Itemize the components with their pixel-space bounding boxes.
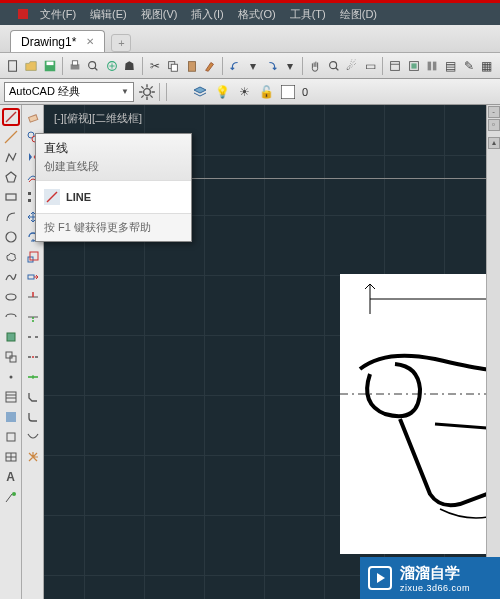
properties-icon[interactable]: [387, 57, 403, 75]
text-tool[interactable]: A: [2, 468, 20, 486]
paste-icon[interactable]: [183, 57, 199, 75]
3d-icon[interactable]: ☗: [122, 57, 138, 75]
block-tool[interactable]: [2, 328, 20, 346]
menu-draw[interactable]: 绘图(D): [340, 7, 377, 22]
fillet-tool[interactable]: [24, 408, 42, 426]
block-create-tool[interactable]: [2, 348, 20, 366]
color-swatch-icon[interactable]: [279, 83, 297, 101]
tooltip-desc: 创建直线段: [44, 159, 183, 174]
spline-tool[interactable]: [2, 268, 20, 286]
gear-icon[interactable]: [138, 83, 156, 101]
new-icon[interactable]: [5, 57, 21, 75]
chamfer-tool[interactable]: [24, 388, 42, 406]
copy-icon[interactable]: [165, 57, 181, 75]
workspace-dropdown[interactable]: AutoCAD 经典: [4, 82, 134, 102]
save-icon[interactable]: [42, 57, 58, 75]
play-icon: [368, 566, 392, 590]
explode-tool[interactable]: [24, 448, 42, 466]
drawing-canvas[interactable]: [-][俯视][二维线框] 直线 创建直线段 LINE 按 F1 键获得更多帮助: [44, 105, 500, 599]
app-logo: [18, 9, 28, 19]
menu-file[interactable]: 文件(F): [40, 7, 76, 22]
preview-icon[interactable]: [85, 57, 101, 75]
viewport-label[interactable]: [-][俯视][二维线框]: [54, 111, 142, 126]
polygon-tool[interactable]: [2, 168, 20, 186]
revcloud-tool[interactable]: [2, 248, 20, 266]
scroll-up-icon[interactable]: ▴: [488, 137, 500, 149]
addselected-tool[interactable]: [2, 488, 20, 506]
svg-point-19: [144, 88, 151, 95]
rectangle-tool[interactable]: [2, 188, 20, 206]
calc-icon[interactable]: ▦: [479, 57, 495, 75]
close-tab-icon[interactable]: ✕: [86, 36, 94, 47]
break-tool[interactable]: [24, 328, 42, 346]
svg-line-12: [335, 67, 338, 70]
blend-tool[interactable]: [24, 428, 42, 446]
redo-icon[interactable]: [264, 57, 280, 75]
trim-tool[interactable]: [24, 288, 42, 306]
new-tab-button[interactable]: +: [111, 34, 131, 52]
hatch-tool[interactable]: [2, 388, 20, 406]
undo-dropdown-icon[interactable]: ▾: [245, 57, 261, 75]
scroll-box-icon[interactable]: ▫: [488, 119, 500, 131]
region-tool[interactable]: [2, 428, 20, 446]
match-icon[interactable]: [202, 57, 218, 75]
menu-view[interactable]: 视图(V): [141, 7, 178, 22]
orbit-icon[interactable]: ☄: [344, 57, 360, 75]
break2-tool[interactable]: [24, 348, 42, 366]
workspace-toolbar: AutoCAD 经典 💡 ☀ 🔓 0: [0, 79, 500, 105]
zoom-icon[interactable]: [325, 57, 341, 75]
print-icon[interactable]: [67, 57, 83, 75]
point-tool[interactable]: [2, 368, 20, 386]
extend-tool[interactable]: [24, 308, 42, 326]
svg-rect-27: [7, 333, 15, 341]
menu-format[interactable]: 格式(O): [238, 7, 276, 22]
designctr-icon[interactable]: [405, 57, 421, 75]
publish-icon[interactable]: [103, 57, 119, 75]
svg-rect-28: [6, 352, 12, 358]
document-tab[interactable]: Drawing1* ✕: [10, 30, 105, 52]
ellipse-arc-tool[interactable]: [2, 308, 20, 326]
svg-rect-41: [28, 115, 37, 122]
svg-rect-50: [28, 275, 34, 279]
menu-edit[interactable]: 编辑(E): [90, 7, 127, 22]
lock-icon[interactable]: 🔓: [257, 83, 275, 101]
watermark: 溜溜自学 zixue.3d66.com: [360, 557, 500, 599]
erase-tool[interactable]: [24, 108, 42, 126]
sun-icon[interactable]: ☀: [235, 83, 253, 101]
construction-line-tool[interactable]: [2, 128, 20, 146]
menu-insert[interactable]: 插入(I): [191, 7, 223, 22]
join-tool[interactable]: [24, 368, 42, 386]
right-scrollbar[interactable]: - ▫ ▴: [486, 105, 500, 599]
layer-manager-icon[interactable]: [191, 83, 209, 101]
scroll-minus-icon[interactable]: -: [488, 106, 500, 118]
menu-tools[interactable]: 工具(T): [290, 7, 326, 22]
cut-icon[interactable]: ✂: [147, 57, 163, 75]
svg-point-59: [32, 356, 34, 358]
ellipse-tool[interactable]: [2, 288, 20, 306]
polyline-tool[interactable]: [2, 148, 20, 166]
sheet-icon[interactable]: ▤: [442, 57, 458, 75]
redo-dropdown-icon[interactable]: ▾: [282, 57, 298, 75]
svg-point-25: [6, 232, 16, 242]
svg-marker-23: [6, 172, 16, 182]
standard-toolbar: ☗ ✂ ▾ ▾ ☄ ▭ ▤ ✎ ▦: [0, 53, 500, 79]
pan-icon[interactable]: [307, 57, 323, 75]
tooltip-cmd: LINE: [66, 191, 91, 203]
circle-tool[interactable]: [2, 228, 20, 246]
svg-rect-16: [411, 63, 416, 68]
svg-rect-49: [30, 252, 38, 260]
svg-rect-10: [188, 61, 195, 71]
undo-icon[interactable]: [227, 57, 243, 75]
stretch-tool[interactable]: [24, 268, 42, 286]
arc-tool[interactable]: [2, 208, 20, 226]
svg-point-5: [89, 61, 96, 68]
toolpal-icon[interactable]: [424, 57, 440, 75]
gradient-tool[interactable]: [2, 408, 20, 426]
line-tool[interactable]: [2, 108, 20, 126]
open-icon[interactable]: [23, 57, 39, 75]
table-tool[interactable]: [2, 448, 20, 466]
scale-tool[interactable]: [24, 248, 42, 266]
zoomwin-icon[interactable]: ▭: [362, 57, 378, 75]
markup-icon[interactable]: ✎: [460, 57, 476, 75]
lightbulb-icon[interactable]: 💡: [213, 83, 231, 101]
